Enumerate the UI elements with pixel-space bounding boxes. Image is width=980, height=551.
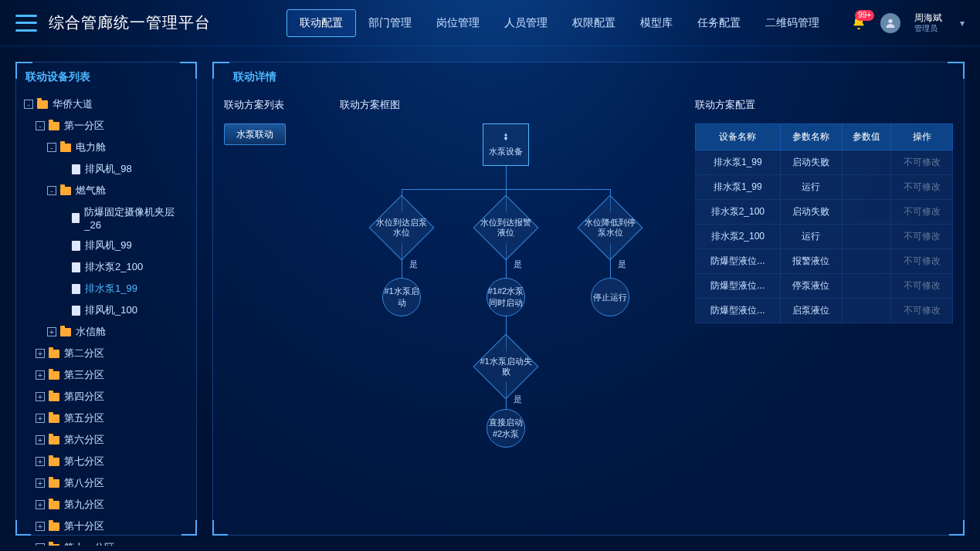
- toggle-icon[interactable]: +: [36, 349, 45, 358]
- tree-node[interactable]: +第三分区: [24, 364, 188, 386]
- table-header: 参数值: [842, 124, 891, 150]
- table-cell: [842, 274, 891, 299]
- table-cell: [842, 249, 891, 274]
- tree-node[interactable]: 排水泵2_100: [24, 256, 188, 278]
- tree-node[interactable]: +水信舱: [24, 321, 188, 343]
- tree-node[interactable]: +第六分区: [24, 429, 188, 451]
- flow-root-node[interactable]: 水泵设备: [483, 123, 529, 166]
- file-icon: [72, 306, 80, 316]
- device-tree: -华侨大道-第一分区-电力舱排风机_98-燃气舱防爆固定摄像机夹层_26排风机_…: [16, 90, 196, 546]
- tree-node[interactable]: 排风机_99: [24, 235, 188, 256]
- table-cell: [842, 299, 891, 323]
- table-row[interactable]: 排水泵1_99运行不可修改: [696, 175, 953, 200]
- toggle-icon[interactable]: -: [24, 100, 33, 109]
- toggle-icon[interactable]: +: [36, 522, 45, 531]
- node-label: 第四分区: [64, 390, 104, 404]
- tree-node[interactable]: +第四分区: [24, 386, 188, 407]
- tree-node[interactable]: 排水泵1_99: [24, 278, 188, 299]
- toggle-icon[interactable]: +: [36, 478, 45, 488]
- flow-condition-2[interactable]: 水位到达报警液位: [473, 195, 539, 261]
- table-header: 设备名称: [696, 124, 781, 150]
- node-label: 第十分区: [64, 519, 104, 533]
- tree-node[interactable]: -第一分区: [24, 115, 188, 137]
- tree-node[interactable]: -华侨大道: [24, 93, 188, 115]
- tree-node[interactable]: -电力舱: [24, 137, 188, 158]
- toggle-icon[interactable]: +: [36, 435, 45, 445]
- detail-panel: 联动详情 联动方案列表 水泵联动 联动方案框图: [212, 62, 965, 536]
- avatar[interactable]: [880, 13, 900, 33]
- table-cell: 防爆型液位...: [696, 299, 781, 323]
- tree-node[interactable]: 排风机_100: [24, 299, 188, 321]
- node-label: 第一分区: [64, 119, 104, 133]
- file-icon: [72, 241, 80, 251]
- menu-icon[interactable]: [15, 15, 37, 32]
- table-cell: 启动失败: [780, 200, 842, 225]
- nav-item-6[interactable]: 任务配置: [685, 9, 753, 37]
- tree-node[interactable]: +第十分区: [24, 516, 188, 537]
- table-cell: 运行: [780, 225, 842, 249]
- tree-node[interactable]: +第十一分区: [24, 537, 188, 546]
- config-title: 联动方案配置: [695, 98, 953, 112]
- toggle-icon[interactable]: +: [36, 543, 45, 546]
- node-label: 第二分区: [64, 346, 104, 360]
- tree-node[interactable]: +第八分区: [24, 472, 188, 494]
- node-label: 排风机_99: [85, 238, 132, 252]
- scheme-list-title: 联动方案列表: [224, 98, 317, 112]
- tree-node[interactable]: +第五分区: [24, 407, 188, 429]
- flow-action-1[interactable]: #1水泵启动: [382, 278, 421, 316]
- toggle-icon[interactable]: +: [36, 500, 45, 509]
- app-header: 综合管廊统一管理平台 联动配置部门管理岗位管理人员管理权限配置模型库任务配置二维…: [0, 0, 980, 46]
- nav-item-4[interactable]: 权限配置: [560, 9, 628, 37]
- flow-condition-4[interactable]: #1水泵启动失败: [473, 334, 539, 400]
- config-col: 联动方案配置 设备名称参数名称参数值操作 排水泵1_99启动失败不可修改排水泵1…: [695, 98, 953, 527]
- toggle-icon[interactable]: -: [47, 186, 56, 195]
- nav-item-2[interactable]: 岗位管理: [424, 9, 492, 37]
- chevron-down-icon[interactable]: ▾: [960, 18, 965, 29]
- node-label: 第九分区: [64, 498, 104, 512]
- tree-node[interactable]: -燃气舱: [24, 180, 188, 201]
- toggle-icon[interactable]: +: [36, 414, 45, 423]
- toggle-icon[interactable]: +: [47, 327, 56, 336]
- nav-item-7[interactable]: 二维码管理: [753, 9, 832, 37]
- table-cell: 排水泵2_100: [696, 225, 781, 249]
- nav-item-5[interactable]: 模型库: [628, 9, 685, 37]
- toggle-icon[interactable]: -: [47, 143, 56, 152]
- table-row[interactable]: 排水泵2_100启动失败不可修改: [696, 200, 953, 225]
- nav-item-3[interactable]: 人员管理: [492, 9, 560, 37]
- flow-action-2[interactable]: #1#2水泵同时启动: [487, 278, 525, 316]
- tree-node[interactable]: +第九分区: [24, 494, 188, 516]
- device-list-panel: 联动设备列表 -华侨大道-第一分区-电力舱排风机_98-燃气舱防爆固定摄像机夹层…: [15, 62, 197, 536]
- table-row[interactable]: 防爆型液位...停泵液位不可修改: [696, 274, 953, 299]
- toggle-icon[interactable]: -: [36, 121, 45, 130]
- flow-condition-3[interactable]: 水位降低到停泵水位: [578, 195, 643, 261]
- folder-icon: [37, 100, 48, 109]
- flow-action-4[interactable]: 直接启动#2水泵: [487, 409, 525, 448]
- tree-node[interactable]: +第七分区: [24, 451, 188, 472]
- node-label: 排水泵1_99: [85, 282, 137, 296]
- nav-item-1[interactable]: 部门管理: [356, 9, 424, 37]
- folder-icon: [49, 414, 59, 423]
- table-row[interactable]: 排水泵1_99启动失败不可修改: [696, 150, 953, 175]
- flow-diagram-col: 联动方案框图 水泵设备: [340, 98, 672, 527]
- toggle-icon[interactable]: +: [36, 392, 45, 401]
- tree-node[interactable]: 排风机_98: [24, 158, 188, 180]
- flow-condition-1[interactable]: 水位到达启泵水位: [369, 195, 435, 261]
- bell-icon[interactable]: 99+: [851, 15, 866, 31]
- folder-icon: [49, 371, 59, 380]
- table-cell: [842, 225, 891, 249]
- table-row[interactable]: 排水泵2_100运行不可修改: [696, 225, 953, 249]
- scheme-button[interactable]: 水泵联动: [224, 123, 286, 145]
- tree-node[interactable]: 防爆固定摄像机夹层_26: [24, 201, 188, 235]
- toggle-icon[interactable]: +: [36, 457, 45, 466]
- nav-item-0[interactable]: 联动配置: [287, 9, 356, 37]
- toggle-icon[interactable]: +: [36, 370, 45, 380]
- table-row[interactable]: 防爆型液位...启泵液位不可修改: [696, 299, 953, 323]
- tree-node[interactable]: +第二分区: [24, 343, 188, 364]
- flow-action-3[interactable]: 停止运行: [591, 278, 629, 316]
- node-label: 第五分区: [64, 411, 104, 425]
- main-nav: 联动配置部门管理岗位管理人员管理权限配置模型库任务配置二维码管理: [287, 0, 832, 46]
- table-row[interactable]: 防爆型液位...报警液位不可修改: [696, 249, 953, 274]
- node-label: 电力舱: [76, 140, 106, 154]
- node-label: 防爆固定摄像机夹层_26: [84, 205, 188, 231]
- table-cell: 启泵液位: [780, 299, 842, 323]
